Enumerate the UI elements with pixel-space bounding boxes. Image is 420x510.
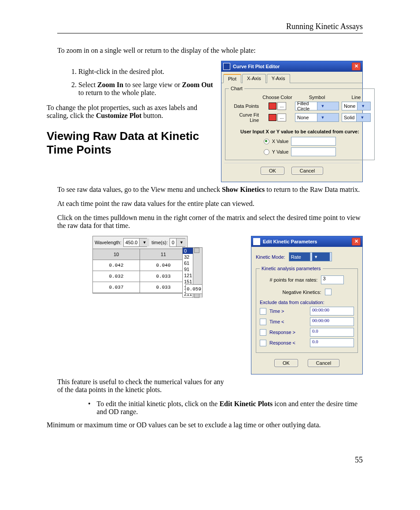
chevron-down-icon[interactable]: ▼: [176, 238, 186, 246]
time-gt-label: Time >: [269, 308, 310, 314]
tab-yaxis[interactable]: Y-Axis: [267, 74, 290, 83]
points-max-rates-input[interactable]: 3: [321, 275, 344, 284]
cf-symbol-combo[interactable]: None▼: [295, 113, 339, 122]
dp-color-button[interactable]: ...: [277, 102, 286, 110]
hdr-line: Line: [342, 95, 371, 100]
step-2-zoomout: Zoom Out: [182, 81, 213, 88]
yvalue-radio[interactable]: [264, 149, 269, 155]
dp-line-combo[interactable]: None▼: [342, 102, 371, 110]
resp-gt-input[interactable]: 0.0: [310, 328, 354, 337]
user-input-caption: User Input X or Y value to be calculated…: [229, 129, 371, 134]
col-header-11: 11: [140, 249, 187, 260]
chart-legend: Chart: [229, 86, 244, 91]
dp-symbol-value: Filled Circle: [295, 101, 317, 111]
tab-plot[interactable]: Plot: [223, 74, 241, 83]
wavelength-value: 450.0: [124, 240, 140, 245]
chevron-down-icon[interactable]: ▼: [317, 102, 339, 110]
app-icon: [223, 63, 230, 70]
page-number: 55: [57, 455, 363, 465]
chevron-down-icon[interactable]: ▼: [310, 253, 332, 261]
para-change-plot-b: Customize Plot: [96, 112, 142, 119]
ok-button[interactable]: OK: [274, 359, 298, 367]
cell-r3c2: 0.033: [140, 282, 187, 293]
wavelength-label: Wavelength:: [95, 240, 122, 245]
step-2: Select Zoom In to see large view or Zoom…: [78, 81, 214, 97]
step-1: Right-click in the desired plot.: [78, 68, 214, 76]
ekp-dialog: Edit Kinetic Parameters ✕ Kinetic Mode: …: [251, 236, 363, 374]
time-gt-input[interactable]: 00:00:00: [310, 307, 354, 316]
kinetic-mode-combo[interactable]: Rate ▼: [289, 252, 332, 261]
para-minmax: Minimum or maximum time or OD values can…: [47, 421, 363, 429]
negative-kinetics-checkbox[interactable]: [325, 289, 332, 295]
cell-tail: 0.059: [185, 284, 203, 294]
time-gt-checkbox[interactable]: [260, 308, 266, 315]
yvalue-input[interactable]: [291, 147, 336, 156]
resp-lt-input[interactable]: 0.0: [310, 338, 354, 347]
cancel-button[interactable]: Cancel: [291, 167, 323, 175]
row-curve-fit-label: Curve Fit Line: [229, 112, 260, 123]
section-heading: Viewing Raw Data at Kinetic Time Points: [47, 129, 214, 157]
chevron-down-icon[interactable]: ▼: [357, 102, 370, 110]
chevron-down-icon[interactable]: ▼: [356, 114, 370, 121]
close-icon[interactable]: ✕: [352, 238, 361, 246]
close-icon[interactable]: ✕: [352, 62, 361, 70]
header-divider: [57, 33, 363, 33]
time-label: time(s):: [151, 240, 168, 245]
xvalue-radio[interactable]: [264, 139, 269, 144]
para-show-kinetics: To see raw data values, go to the View m…: [57, 186, 363, 194]
xvalue-label: X Value: [272, 139, 289, 144]
points-max-rates-label: # points for max rates:: [270, 277, 318, 283]
chevron-down-icon[interactable]: ▼: [139, 238, 149, 246]
data-table: 10 11 0.042 0.040 0.032 0.033 0.037 0.03…: [93, 249, 187, 293]
para-click-times: Click on the times pulldown menu in the …: [57, 214, 363, 230]
curve-fit-title: Curve Fit Plot Editor: [233, 64, 280, 69]
chart-fieldset: Chart Choose Color Symbol Line Data Poin…: [225, 86, 375, 160]
resp-gt-checkbox[interactable]: [260, 329, 266, 336]
time-lt-input[interactable]: 00:00:00: [310, 317, 354, 326]
para-useful: This feature is useful to check the nume…: [57, 378, 225, 394]
java-icon: [253, 238, 260, 245]
dp-symbol-combo[interactable]: Filled Circle▼: [295, 102, 339, 110]
bullet-b: Edit Kinetic Plots: [219, 400, 273, 407]
cf-color-swatch: [269, 114, 276, 121]
step-2-pre: Select: [78, 81, 97, 88]
intro-text: To zoom in on a single well or return to…: [57, 47, 363, 55]
kinetic-mode-label: Kinetic Mode:: [256, 254, 285, 260]
negative-kinetics-label: Negative Kinetics:: [282, 290, 321, 295]
tab-xaxis[interactable]: X-Axis: [242, 74, 266, 83]
para-change-plot-post: button.: [142, 112, 163, 119]
para-each-time: At each time point the raw data values f…: [57, 200, 363, 208]
time-combo[interactable]: 0 ▼: [169, 238, 185, 247]
resp-lt-checkbox[interactable]: [260, 340, 266, 346]
time-lt-label: Time <: [269, 319, 310, 324]
xvalue-input[interactable]: [291, 137, 336, 146]
para-view-b: Show Kinetics: [222, 186, 265, 193]
step-2-mid: to see large view or: [123, 81, 182, 88]
para-view-pre: To see raw data values, go to the View m…: [57, 186, 222, 193]
time-lt-checkbox[interactable]: [260, 319, 266, 325]
ekp-titlebar[interactable]: Edit Kinetic Parameters ✕: [251, 236, 362, 247]
dp-line-value: None: [342, 103, 357, 109]
wavelength-panel: Wavelength: 450.0 ▼ time(s): 0 ▼ 10 11 0…: [92, 236, 188, 294]
step-1-text: Right-click in the desired plot.: [78, 68, 164, 75]
yvalue-label: Y Value: [272, 149, 289, 154]
exclude-label: Exclude data from calculation:: [260, 300, 354, 305]
cf-symbol-value: None: [295, 115, 317, 120]
chevron-down-icon[interactable]: ▼: [317, 114, 339, 121]
ok-button[interactable]: OK: [261, 167, 284, 175]
hdr-symbol: Symbol: [295, 95, 339, 100]
resp-lt-label: Response <: [269, 340, 310, 345]
cf-line-combo[interactable]: Solid▼: [342, 113, 371, 122]
curve-fit-titlebar[interactable]: Curve Fit Plot Editor ✕: [221, 61, 362, 72]
cell-r3c1: 0.037: [93, 282, 140, 293]
cancel-button[interactable]: Cancel: [308, 359, 339, 367]
row-data-points-label: Data Points: [229, 103, 260, 109]
curve-fit-dialog: Curve Fit Plot Editor ✕ Plot X-Axis Y-Ax…: [221, 61, 363, 182]
cell-r2c2: 0.033: [140, 271, 187, 282]
dp-color-swatch: [269, 103, 276, 110]
cell-r2c1: 0.032: [93, 271, 140, 282]
wavelength-combo[interactable]: 450.0 ▼: [123, 238, 147, 247]
cf-color-button[interactable]: ...: [277, 114, 286, 121]
bullet-pre: To edit the initial kinetic plots, click…: [97, 400, 220, 407]
col-header-10: 10: [93, 249, 140, 260]
